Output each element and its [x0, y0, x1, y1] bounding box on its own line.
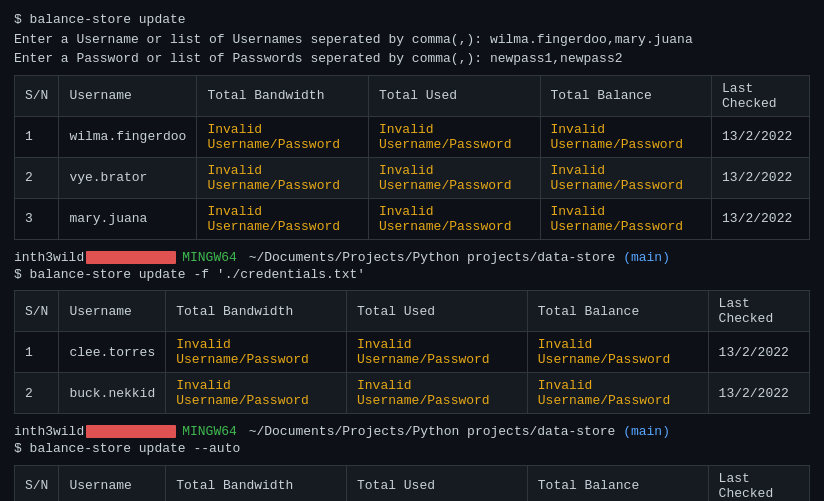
prompt-mingw: MINGW64 — [182, 424, 237, 439]
cell-checked: 13/2/2022 — [708, 332, 809, 373]
table-2: S/N Username Total Bandwidth Total Used … — [14, 290, 810, 414]
table-row: 1 clee.torres Invalid Username/Password … — [15, 332, 810, 373]
table-row: 2 vye.brator Invalid Username/Password I… — [15, 157, 810, 198]
cell-balance: Invalid Username/Password — [527, 332, 708, 373]
cell-used: Invalid Username/Password — [368, 157, 540, 198]
section-3: S/N Username Total Bandwidth Total Used … — [14, 465, 810, 502]
prompt-branch: (main) — [623, 250, 670, 265]
col-header-checked: Last Checked — [708, 291, 809, 332]
cell-balance: Invalid Username/Password — [527, 373, 708, 414]
section-1: $ balance-store update Enter a Username … — [14, 10, 810, 284]
cell-checked: 13/2/2022 — [712, 198, 810, 239]
cell-used: Invalid Username/Password — [347, 332, 528, 373]
cell-balance: Invalid Username/Password — [540, 157, 712, 198]
col-header-sn: S/N — [15, 465, 59, 501]
prompt-line-2: inth3wildMINGW64 ~/Documents/Projects/Py… — [14, 250, 810, 265]
cell-sn: 1 — [15, 332, 59, 373]
table-row: 1 wilma.fingerdoo Invalid Username/Passw… — [15, 116, 810, 157]
prompt-username: inth3wild — [14, 424, 84, 439]
col-header-sn: S/N — [15, 291, 59, 332]
pre-line-2: Enter a Username or list of Usernames se… — [14, 30, 810, 50]
table-row: 3 mary.juana Invalid Username/Password I… — [15, 198, 810, 239]
col-header-checked: Last Checked — [712, 75, 810, 116]
cell-balance: Invalid Username/Password — [540, 116, 712, 157]
prompt-space — [241, 424, 249, 439]
col-header-bandwidth: Total Bandwidth — [166, 291, 347, 332]
col-header-username: Username — [59, 291, 166, 332]
cell-bandwidth: Invalid Username/Password — [197, 116, 369, 157]
cell-checked: 13/2/2022 — [712, 116, 810, 157]
cell-username: mary.juana — [59, 198, 197, 239]
pre-line-3: Enter a Password or list of Passwords se… — [14, 49, 810, 69]
cell-checked: 13/2/2022 — [712, 157, 810, 198]
cell-bandwidth: Invalid Username/Password — [166, 373, 347, 414]
cell-checked: 13/2/2022 — [708, 373, 809, 414]
cell-username: vye.brator — [59, 157, 197, 198]
prompt-branch: (main) — [623, 424, 670, 439]
prompt-path: ~/Documents/Projects/Python projects/dat… — [249, 250, 616, 265]
cell-sn: 2 — [15, 157, 59, 198]
redacted-bar — [86, 425, 176, 438]
cell-used: Invalid Username/Password — [368, 198, 540, 239]
prompt-space2 — [615, 424, 623, 439]
col-header-checked: Last Checked — [708, 465, 809, 501]
cell-bandwidth: Invalid Username/Password — [197, 198, 369, 239]
col-header-used: Total Used — [347, 465, 528, 501]
command-line-2: $ balance-store update -f './credentials… — [14, 265, 810, 285]
redacted-bar — [86, 251, 176, 264]
cell-bandwidth: Invalid Username/Password — [197, 157, 369, 198]
col-header-balance: Total Balance — [527, 291, 708, 332]
terminal-container: $ balance-store update Enter a Username … — [14, 10, 810, 501]
col-header-sn: S/N — [15, 75, 59, 116]
col-header-bandwidth: Total Bandwidth — [197, 75, 369, 116]
command-line-3: $ balance-store update --auto — [14, 439, 810, 459]
col-header-username: Username — [59, 465, 166, 501]
prompt-space2 — [615, 250, 623, 265]
prompt-line-3: inth3wildMINGW64 ~/Documents/Projects/Py… — [14, 424, 810, 439]
cell-username: wilma.fingerdoo — [59, 116, 197, 157]
col-header-used: Total Used — [347, 291, 528, 332]
cell-balance: Invalid Username/Password — [540, 198, 712, 239]
col-header-balance: Total Balance — [540, 75, 712, 116]
prompt-space — [241, 250, 249, 265]
cell-username: buck.nekkid — [59, 373, 166, 414]
col-header-bandwidth: Total Bandwidth — [166, 465, 347, 501]
table-row: 2 buck.nekkid Invalid Username/Password … — [15, 373, 810, 414]
prompt-username: inth3wild — [14, 250, 84, 265]
prompt-mingw: MINGW64 — [182, 250, 237, 265]
prompt-path: ~/Documents/Projects/Python projects/dat… — [249, 424, 616, 439]
col-header-balance: Total Balance — [527, 465, 708, 501]
col-header-username: Username — [59, 75, 197, 116]
section-2: S/N Username Total Bandwidth Total Used … — [14, 290, 810, 459]
col-header-used: Total Used — [368, 75, 540, 116]
pre-line-1: $ balance-store update — [14, 10, 810, 30]
table-1: S/N Username Total Bandwidth Total Used … — [14, 75, 810, 240]
table-3: S/N Username Total Bandwidth Total Used … — [14, 465, 810, 502]
cell-sn: 2 — [15, 373, 59, 414]
cell-sn: 3 — [15, 198, 59, 239]
cell-used: Invalid Username/Password — [347, 373, 528, 414]
cell-username: clee.torres — [59, 332, 166, 373]
cell-sn: 1 — [15, 116, 59, 157]
cell-used: Invalid Username/Password — [368, 116, 540, 157]
cell-bandwidth: Invalid Username/Password — [166, 332, 347, 373]
